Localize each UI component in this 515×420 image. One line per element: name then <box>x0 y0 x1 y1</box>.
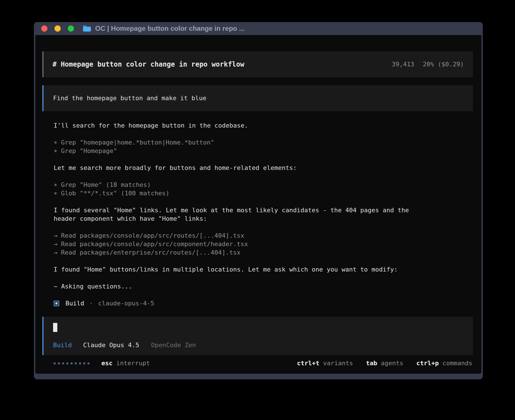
session-header: # Homepage button color change in repo w… <box>42 51 473 77</box>
assistant-paragraph: Let me search more broadly for buttons a… <box>54 164 421 172</box>
tool-call: ∗Grep "Homepage" <box>54 147 470 155</box>
tool-call-text: Read packages/console/app/src/component/… <box>61 240 248 248</box>
read-arrow-icon: → <box>54 231 61 240</box>
tool-call-text: Read packages/console/app/src/routes/[..… <box>61 232 244 239</box>
read-arrow-icon: → <box>54 248 61 257</box>
agent-square-icon <box>54 301 59 306</box>
terminal-content: # Homepage button color change in repo w… <box>35 35 481 374</box>
folder-icon <box>82 25 91 32</box>
prompt-input[interactable]: Build Claude Opus 4.5 OpenCode Zen <box>42 317 473 355</box>
input-model-label: Claude Opus 4.5 <box>83 341 139 349</box>
tool-call-text: Grep "Home" (18 matches) <box>61 181 151 188</box>
tool-call-text: Grep "Homepage" <box>61 147 117 154</box>
working-status: ~ Asking questions... <box>54 282 470 291</box>
tool-call-group: ∗Grep "Home" (18 matches) ∗Glob "**/*.ts… <box>54 181 470 198</box>
session-stats: 39,41320% ($0.29) <box>392 60 464 69</box>
separator-dot: · <box>89 299 93 308</box>
spinner-icon <box>54 362 90 364</box>
tool-call: →Read packages/console/app/src/routes/[.… <box>54 231 470 240</box>
tool-call: ∗Grep "Home" (18 matches) <box>54 181 470 189</box>
traffic-lights <box>41 25 74 32</box>
read-arrow-icon: → <box>54 240 61 248</box>
model-id: claude-opus-4-5 <box>98 299 154 308</box>
tool-call-group: →Read packages/console/app/src/routes/[.… <box>54 231 470 257</box>
tool-call-text: Glob "**/*.tsx" (100 matches) <box>61 190 169 197</box>
context-cost: 20% ($0.29) <box>423 61 464 68</box>
minimize-button[interactable] <box>54 25 61 32</box>
hint-key: ctrl+t <box>297 359 319 368</box>
session-title: # Homepage button color change in repo w… <box>53 60 244 69</box>
tool-call: →Read packages/console/app/src/component… <box>54 240 470 248</box>
status-bar: esc interrupt ctrl+tvariants tabagents c… <box>35 359 481 368</box>
interrupt-label: interrupt <box>116 359 150 368</box>
assistant-paragraph: I'll search for the homepage button in t… <box>54 121 421 130</box>
grep-bullet-icon: ∗ <box>54 147 61 155</box>
tool-call: ∗Grep "homepage|home.*button|Home.*butto… <box>54 138 470 147</box>
input-provider-label: OpenCode Zen <box>151 341 196 349</box>
close-button[interactable] <box>41 25 47 32</box>
grep-bullet-icon: ∗ <box>54 181 61 189</box>
tool-call: →Read packages/enterprise/src/routes/[..… <box>54 248 470 257</box>
window-title: OC | Homepage button color change in rep… <box>95 25 245 32</box>
input-meta: Build Claude Opus 4.5 OpenCode Zen <box>53 341 196 349</box>
hint-commands: ctrl+pcommands <box>416 359 472 368</box>
assistant-paragraph: I found "Home" buttons/links in multiple… <box>54 265 421 274</box>
status-bar-left: esc interrupt <box>54 359 150 368</box>
hint-agents: tabagents <box>366 359 403 368</box>
hint-variants: ctrl+tvariants <box>297 359 353 368</box>
input-agent-label: Build <box>53 341 72 349</box>
hint-label: agents <box>381 359 403 368</box>
titlebar[interactable]: OC | Homepage button color change in rep… <box>34 22 483 35</box>
user-message-text: Find the homepage button and make it blu… <box>53 94 206 102</box>
token-count: 39,413 <box>392 61 414 68</box>
hint-label: variants <box>323 359 353 368</box>
tool-call-group: ∗Grep "homepage|home.*button|Home.*butto… <box>54 138 470 155</box>
glob-bullet-icon: ∗ <box>54 189 61 198</box>
text-cursor <box>53 323 57 332</box>
agent-name: Build <box>66 299 84 308</box>
status-bar-right: ctrl+tvariants tabagents ctrl+pcommands <box>284 359 472 368</box>
hint-key: ctrl+p <box>416 359 439 368</box>
tool-call-text: Read packages/enterprise/src/routes/[...… <box>61 249 241 256</box>
user-message: Find the homepage button and make it blu… <box>42 85 473 111</box>
interrupt-key: esc <box>101 359 113 368</box>
terminal-window: OC | Homepage button color change in rep… <box>34 22 483 379</box>
tool-call: ∗Glob "**/*.tsx" (100 matches) <box>54 189 470 198</box>
hint-key: tab <box>366 359 377 368</box>
agent-badge: Build · claude-opus-4-5 <box>54 299 470 308</box>
tool-call-text: Grep "homepage|home.*button|Home.*button… <box>61 139 214 146</box>
grep-bullet-icon: ∗ <box>54 138 61 147</box>
hint-label: commands <box>442 359 472 368</box>
fullscreen-button[interactable] <box>68 25 74 32</box>
assistant-paragraph: I found several "Home" links. Let me loo… <box>54 206 421 223</box>
transcript: I'll search for the homepage button in t… <box>35 121 481 308</box>
